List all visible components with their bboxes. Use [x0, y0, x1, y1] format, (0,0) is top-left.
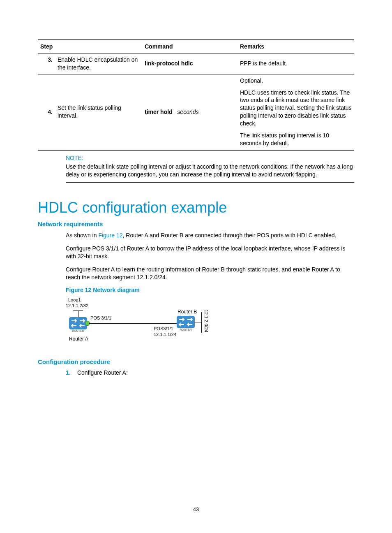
router-a-name: Router A [69, 336, 88, 342]
step-command: timer hold seconds [142, 74, 238, 150]
svg-rect-1 [177, 316, 195, 328]
svg-rect-0 [69, 317, 87, 329]
remark-text: HDLC uses timers to check link status. T… [240, 89, 352, 127]
remark-text: The link status polling interval is 10 s… [240, 132, 352, 147]
step-desc: Set the link status polling interval. [55, 74, 142, 150]
text: As shown in [66, 232, 98, 239]
router-a-port: POS 3/1/1 [90, 315, 111, 320]
step-number: 3. [38, 53, 55, 74]
step-desc: Enable HDLC encapsulation on the interfa… [55, 53, 142, 74]
paragraph: As shown in Figure 12, Router A and Rout… [66, 232, 354, 240]
page-number: 43 [0, 506, 392, 512]
router-badge: ROUTER [177, 328, 195, 331]
text: , Router A and Router B are connected th… [123, 232, 337, 239]
router-b-name: Router B [178, 309, 197, 315]
config-step-number: 1. [66, 369, 76, 376]
step-number: 4. [38, 74, 55, 150]
remark-text: Optional. [240, 77, 352, 85]
loop-ip: 12.1.1.2/32 [66, 303, 88, 308]
right-network-label: 12.1.2.0/24 [204, 310, 209, 332]
step-command: link-protocol hdlc [142, 53, 238, 74]
config-step-text: Configure Router A: [77, 369, 128, 376]
note-label: NOTE: [66, 155, 354, 161]
table-row: 3. Enable HDLC encapsulation on the inte… [38, 53, 354, 74]
th-remarks: Remarks [238, 40, 354, 53]
router-b-icon [177, 316, 195, 328]
config-step: 1. Configure Router A: [66, 369, 354, 376]
table-row: 4. Set the link status polling interval.… [38, 74, 354, 150]
paragraph: Configure POS 3/1/1 of Router A to borro… [66, 245, 354, 261]
loop-label: Loop1 [68, 297, 81, 302]
page-title: HDLC configuration example [38, 199, 354, 216]
th-command: Command [142, 40, 238, 53]
cmd-bold: link-protocol hdlc [145, 60, 193, 67]
router-badge: ROUTER [69, 329, 87, 332]
router-b-port: POS3/1/1 [154, 326, 173, 331]
router-b-ip: 12.1.1.1/24 [154, 332, 176, 337]
cmd-arg: seconds [177, 109, 198, 115]
network-diagram: Loop1 12.1.1.2/32 ROUTER Router A POS 3/… [66, 297, 222, 347]
step-remarks: PPP is the default. [238, 53, 354, 74]
remark-text: PPP is the default. [240, 60, 352, 67]
note-body: Use the default link state polling inter… [66, 163, 354, 179]
router-a-icon [69, 317, 87, 329]
paragraph: Configure Router A to learn the routing … [66, 266, 354, 282]
subsection-configuration-procedure: Configuration procedure [38, 358, 354, 365]
cmd-bold: timer hold [145, 109, 173, 115]
steps-table: Step Command Remarks 3. Enable HDLC enca… [38, 39, 354, 151]
subsection-network-requirements: Network requirements [38, 220, 354, 227]
th-step: Step [38, 40, 142, 53]
step-remarks: Optional. HDLC uses timers to check link… [238, 74, 354, 150]
figure-caption: Figure 12 Network diagram [66, 287, 354, 293]
figure-xref[interactable]: Figure 12 [98, 232, 122, 239]
